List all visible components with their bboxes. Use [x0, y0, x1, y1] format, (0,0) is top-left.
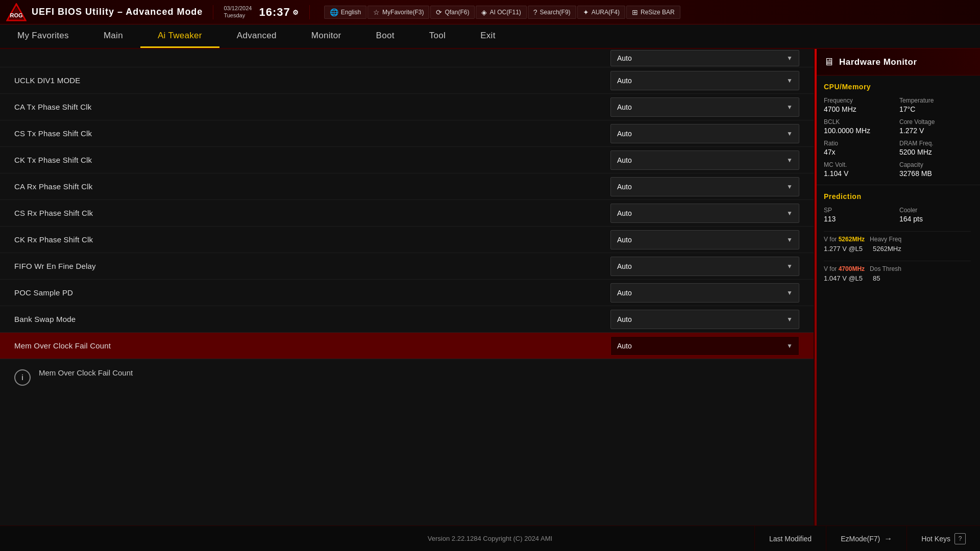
hw-stat-5: DRAM Freq. 5200 MHz: [899, 140, 971, 156]
dropdown-0[interactable]: Auto ▼: [610, 71, 799, 90]
settings-row-6[interactable]: CK Rx Phase Shift Clk Auto ▼: [0, 227, 814, 253]
settings-row-5[interactable]: CS Rx Phase Shift Clk Auto ▼: [0, 200, 814, 227]
resize-bar-button[interactable]: ⊞ ReSize BAR: [626, 6, 680, 19]
settings-row-10[interactable]: Mem Over Clock Fail Count Auto ▼: [0, 333, 814, 359]
dropdown-9[interactable]: Auto ▼: [610, 310, 799, 329]
myfavorite-button[interactable]: ☆ MyFavorite(F3): [368, 6, 429, 19]
dropdown-4[interactable]: Auto ▼: [610, 177, 799, 196]
ai-oc-button[interactable]: ◈ AI OC(F11): [476, 6, 526, 19]
dropdown-1[interactable]: Auto ▼: [610, 97, 799, 117]
dropdown-7[interactable]: Auto ▼: [610, 257, 799, 276]
dropdown-10[interactable]: Auto ▼: [610, 336, 799, 356]
hot-keys-label: Hot Keys: [921, 535, 950, 543]
row-value-0: Auto ▼: [610, 71, 799, 90]
pred-right-val-0: 5262MHz: [873, 245, 901, 253]
row-value-10: Auto ▼: [610, 336, 799, 356]
dropdown-arrow-10: ▼: [787, 342, 793, 349]
pred-row-label-1: V for 4700MHz Dos Thresh: [824, 265, 971, 272]
settings-row-top-partial: Auto ▼: [0, 49, 814, 67]
row-label-3: CK Tx Phase Shift Clk: [14, 156, 610, 164]
settings-row-2[interactable]: CS Tx Phase Shift Clk Auto ▼: [0, 120, 814, 147]
pred-stat-value-1: 164 pts: [899, 215, 971, 223]
footer: Version 2.22.1284 Copyright (C) 2024 AMI…: [0, 525, 980, 551]
nav-advanced[interactable]: Advanced: [219, 24, 294, 48]
pred-row-1: V for 4700MHz Dos Thresh 1.047 V @L5 85: [824, 261, 971, 286]
nav-boot[interactable]: Boot: [359, 24, 412, 48]
hot-keys-button[interactable]: Hot Keys ?: [906, 526, 980, 551]
hw-stat-value-6: 1.104 V: [824, 169, 895, 178]
dropdown-6[interactable]: Auto ▼: [610, 230, 799, 249]
row-value-3: Auto ▼: [610, 151, 799, 170]
nav-my-favorites[interactable]: My Favorites: [0, 24, 86, 48]
ez-mode-label: EzMode(F7): [841, 535, 880, 543]
search-button[interactable]: ? Search(F9): [528, 6, 576, 19]
hw-stat-label-7: Capacity: [899, 161, 971, 168]
settings-row-0[interactable]: UCLK DIV1 MODE Auto ▼: [0, 67, 814, 94]
settings-row-3[interactable]: CK Tx Phase Shift Clk Auto ▼: [0, 147, 814, 173]
settings-row-4[interactable]: CA Rx Phase Shift Clk Auto ▼: [0, 173, 814, 200]
search-label: Search(F9): [540, 9, 571, 16]
pred-rows: V for 5262MHz Heavy Freq 1.277 V @L5 526…: [824, 231, 971, 286]
dropdown-5[interactable]: Auto ▼: [610, 204, 799, 223]
pred-left-val-1: 1.047 V @L5: [824, 274, 863, 282]
info-icon: i: [14, 369, 31, 386]
language-button[interactable]: 🌐 English: [324, 6, 366, 19]
pred-row-label-0: V for 5262MHz Heavy Freq: [824, 236, 971, 243]
last-modified-label: Last Modified: [769, 535, 812, 543]
dropdown-arrow-4: ▼: [787, 183, 793, 190]
pred-row-values-1: 1.047 V @L5 85: [824, 274, 971, 282]
aura-button[interactable]: ✦ AURA(F4): [577, 6, 625, 19]
dropdown-8[interactable]: Auto ▼: [610, 283, 799, 303]
dropdown-arrow-8: ▼: [787, 289, 793, 296]
settings-content: Auto ▼ UCLK DIV1 MODE Auto ▼ CA Tx Phase…: [0, 49, 814, 525]
row-value-7: Auto ▼: [610, 257, 799, 276]
row-label-5: CS Rx Phase Shift Clk: [14, 209, 610, 217]
info-section: i Mem Over Clock Fail Count: [0, 359, 814, 395]
ez-mode-button[interactable]: EzMode(F7) →: [826, 526, 906, 551]
hw-stat-0: Frequency 4700 MHz: [824, 97, 895, 113]
hotkey-icon: ?: [954, 533, 966, 544]
nav-main[interactable]: Main: [86, 24, 140, 48]
row-value-4: Auto ▼: [610, 177, 799, 196]
hw-stat-label-4: Ratio: [824, 140, 895, 147]
nav-tool[interactable]: Tool: [412, 24, 463, 48]
qfan-label: Qfan(F6): [445, 9, 469, 16]
settings-row-8[interactable]: POC Sample PD Auto ▼: [0, 280, 814, 306]
dropdown-2[interactable]: Auto ▼: [610, 124, 799, 143]
nav-ai-tweaker[interactable]: Ai Tweaker: [140, 24, 219, 48]
qfan-button[interactable]: ⟳ Qfan(F6): [430, 6, 475, 19]
hw-stat-label-0: Frequency: [824, 97, 895, 104]
row-label-7: FIFO Wr En Fine Delay: [14, 262, 610, 270]
settings-row-9[interactable]: Bank Swap Mode Auto ▼: [0, 306, 814, 333]
fan-icon: ⟳: [436, 8, 442, 16]
row-label-4: CA Rx Phase Shift Clk: [14, 182, 610, 191]
row-value-6: Auto ▼: [610, 230, 799, 249]
pred-freq-highlight-1: 4700MHz: [839, 265, 865, 272]
settings-rows: UCLK DIV1 MODE Auto ▼ CA Tx Phase Shift …: [0, 67, 814, 359]
top-partial-dropdown[interactable]: Auto ▼: [610, 50, 799, 66]
settings-row-7[interactable]: FIFO Wr En Fine Delay Auto ▼: [0, 253, 814, 280]
pred-stat-label-0: SP: [824, 207, 895, 214]
dropdown-3[interactable]: Auto ▼: [610, 151, 799, 170]
nav-exit[interactable]: Exit: [463, 24, 513, 48]
hw-stat-3: Core Voltage 1.272 V: [899, 118, 971, 135]
hw-stats-grid: Frequency 4700 MHz Temperature 17°C BCLK…: [824, 97, 971, 178]
settings-row-1[interactable]: CA Tx Phase Shift Clk Auto ▼: [0, 94, 814, 120]
search-icon: ?: [533, 8, 537, 16]
prediction-title: Prediction: [824, 192, 971, 201]
row-value-2: Auto ▼: [610, 124, 799, 143]
hw-monitor-panel: 🖥 Hardware Monitor CPU/Memory Frequency …: [814, 49, 980, 525]
hw-stat-4: Ratio 47x: [824, 140, 895, 156]
app-title: UEFI BIOS Utility – Advanced Mode: [32, 7, 203, 17]
resize-bar-label: ReSize BAR: [641, 9, 675, 16]
header-tools: 🌐 English ☆ MyFavorite(F3) ⟳ Qfan(F6) ◈ …: [324, 6, 680, 19]
row-value-1: Auto ▼: [610, 97, 799, 117]
dropdown-arrow-3: ▼: [787, 157, 793, 164]
settings-icon[interactable]: ⚙: [292, 9, 299, 16]
ai-oc-label: AI OC(F11): [489, 9, 521, 16]
last-modified-button[interactable]: Last Modified: [754, 526, 826, 551]
hw-stat-value-5: 5200 MHz: [899, 148, 971, 156]
hw-stat-7: Capacity 32768 MB: [899, 161, 971, 178]
nav-monitor[interactable]: Monitor: [294, 24, 359, 48]
hw-stat-value-0: 4700 MHz: [824, 105, 895, 113]
